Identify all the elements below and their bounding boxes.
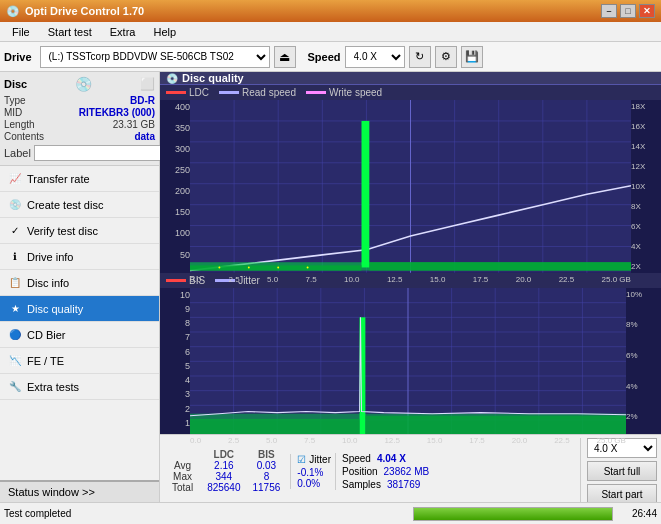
speed-info-section: Speed 4.04 X Position 23862 MB Samples 3…: [335, 453, 429, 490]
disc-type-val: BD-R: [130, 95, 155, 106]
save-button[interactable]: 💾: [461, 46, 483, 68]
sidebar-item-verify-test-disc[interactable]: ✓ Verify test disc: [0, 218, 159, 244]
bottom-chart-svg: [190, 288, 626, 435]
disc-icon2: ⬜: [140, 77, 155, 91]
stats-max-label: Max: [164, 471, 201, 482]
sidebar-item-label: Transfer rate: [27, 173, 90, 185]
sidebar-item-extra-tests[interactable]: 🔧 Extra tests: [0, 374, 159, 400]
drive-select[interactable]: (L:) TSSTcorp BDDVDW SE-506CB TS02: [40, 46, 270, 68]
jitter-label: Jitter: [309, 454, 331, 465]
eject-button[interactable]: ⏏: [274, 46, 296, 68]
verify-test-disc-icon: ✓: [8, 224, 22, 238]
samples-label: Samples: [342, 479, 381, 490]
top-chart-legend: LDC Read speed Write speed: [160, 85, 661, 100]
menu-extra[interactable]: Extra: [102, 24, 144, 40]
stats-max-bis: 8: [247, 471, 287, 482]
disc-type-key: Type: [4, 95, 26, 106]
svg-point-23: [277, 266, 279, 268]
position-label: Position: [342, 466, 378, 477]
settings-button[interactable]: ⚙: [435, 46, 457, 68]
drive-label: Drive: [4, 51, 32, 63]
menu-start-test[interactable]: Start test: [40, 24, 100, 40]
refresh-button[interactable]: ↻: [409, 46, 431, 68]
disc-info-icon: 📋: [8, 276, 22, 290]
sidebar-item-create-test-disc[interactable]: 💿 Create test disc: [0, 192, 159, 218]
maximize-button[interactable]: □: [620, 4, 636, 18]
svg-rect-19: [190, 265, 362, 270]
sidebar-item-label: Disc quality: [27, 303, 83, 315]
stats-row-avg: Avg 2.16 0.03: [164, 460, 286, 471]
sidebar-item-label: Verify test disc: [27, 225, 98, 237]
drive-info-icon: ℹ: [8, 250, 22, 264]
bottom-chart-svg-container: 0.02.55.07.510.012.515.017.520.022.525.0…: [190, 288, 626, 435]
disc-length-key: Length: [4, 119, 35, 130]
right-panel: 💿 Disc quality LDC Read speed Write spee…: [160, 72, 661, 502]
sidebar-item-transfer-rate[interactable]: 📈 Transfer rate: [0, 166, 159, 192]
label-key: Label: [4, 147, 31, 159]
sidebar-item-label: Drive info: [27, 251, 73, 263]
legend-write-speed: Write speed: [306, 87, 382, 98]
app-title: Opti Drive Control 1.70: [25, 5, 144, 17]
sidebar-menu: 📈 Transfer rate 💿 Create test disc ✓ Ver…: [0, 166, 159, 480]
minimize-button[interactable]: –: [601, 4, 617, 18]
svg-point-21: [218, 266, 220, 268]
svg-rect-20: [369, 262, 631, 270]
status-window-button[interactable]: Status window >>: [0, 480, 159, 502]
menu-file[interactable]: File: [4, 24, 38, 40]
sidebar-item-fe-te[interactable]: 📉 FE / TE: [0, 348, 159, 374]
top-chart-x-labels: 0.02.55.07.510.012.515.017.520.022.525.0…: [190, 275, 631, 284]
start-full-button[interactable]: Start full: [587, 461, 657, 481]
status-window-label: Status window >>: [8, 486, 95, 498]
label-row: Label ⚙: [4, 145, 155, 161]
svg-rect-47: [365, 415, 626, 434]
sidebar-item-disc-quality[interactable]: ★ Disc quality: [0, 296, 159, 322]
sidebar-item-label: FE / TE: [27, 355, 64, 367]
disc-contents-val: data: [134, 131, 155, 142]
top-chart-y-right: 18X16X14X12X10X8X6X4X2X: [631, 100, 661, 273]
sidebar-item-label: Create test disc: [27, 199, 103, 211]
status-bar: Test completed 26:44: [0, 502, 661, 524]
disc-length-val: 23.31 GB: [113, 119, 155, 130]
main-content: Disc 💿 ⬜ Type BD-R MID RITEKBR3 (000) Le…: [0, 72, 661, 502]
svg-rect-18: [362, 121, 370, 268]
close-button[interactable]: ✕: [639, 4, 655, 18]
speed-stat-label: Speed: [342, 453, 371, 464]
legend-read-speed-label: Read speed: [242, 87, 296, 98]
label-input[interactable]: [34, 145, 167, 161]
stats-avg-label: Avg: [164, 460, 201, 471]
disc-mid-key: MID: [4, 107, 22, 118]
stats-row-total: Total 825640 11756: [164, 482, 286, 493]
jitter-checkbox-icon: ☑: [297, 454, 306, 465]
speed-stat-val: 4.04 X: [377, 453, 406, 464]
title-bar: 💿 Opti Drive Control 1.70 – □ ✕: [0, 0, 661, 22]
legend-ldc: LDC: [166, 87, 209, 98]
speed-select[interactable]: 4.0 X: [345, 46, 405, 68]
fe-te-icon: 📉: [8, 354, 22, 368]
start-part-button[interactable]: Start part: [587, 484, 657, 502]
disc-section-label: Disc: [4, 78, 27, 90]
start-controls: 4.0 X Start full Start part: [580, 438, 657, 502]
bottom-chart-y-right: 10%8%6%4%2%: [626, 288, 661, 435]
stats-total-bis: 11756: [247, 482, 287, 493]
svg-point-24: [307, 266, 309, 268]
disc-panel: Disc 💿 ⬜ Type BD-R MID RITEKBR3 (000) Le…: [0, 72, 159, 166]
create-test-disc-icon: 💿: [8, 198, 22, 212]
stats-total-ldc: 825640: [201, 482, 246, 493]
sidebar-item-disc-info[interactable]: 📋 Disc info: [0, 270, 159, 296]
bottom-chart-y-left: 10987654321: [160, 288, 190, 435]
sidebar-item-drive-info[interactable]: ℹ Drive info: [0, 244, 159, 270]
sidebar-item-label: CD Bier: [27, 329, 66, 341]
sidebar: Disc 💿 ⬜ Type BD-R MID RITEKBR3 (000) Le…: [0, 72, 160, 502]
stats-total-label: Total: [164, 482, 201, 493]
disc-mid-val: RITEKBR3 (000): [79, 107, 155, 118]
menu-help[interactable]: Help: [145, 24, 184, 40]
position-val: 23862 MB: [384, 466, 430, 477]
bottom-chart-x-labels: 0.02.55.07.510.012.515.017.520.022.525.0…: [190, 436, 626, 445]
toolbar: Drive (L:) TSSTcorp BDDVDW SE-506CB TS02…: [0, 42, 661, 72]
sidebar-item-label: Disc info: [27, 277, 69, 289]
app-icon: 💿: [6, 5, 20, 18]
disc-icon: 💿: [75, 76, 92, 92]
status-time: 26:44: [617, 508, 657, 519]
sidebar-item-cd-bier[interactable]: 🔵 CD Bier: [0, 322, 159, 348]
disc-mid-row: MID RITEKBR3 (000): [4, 107, 155, 118]
